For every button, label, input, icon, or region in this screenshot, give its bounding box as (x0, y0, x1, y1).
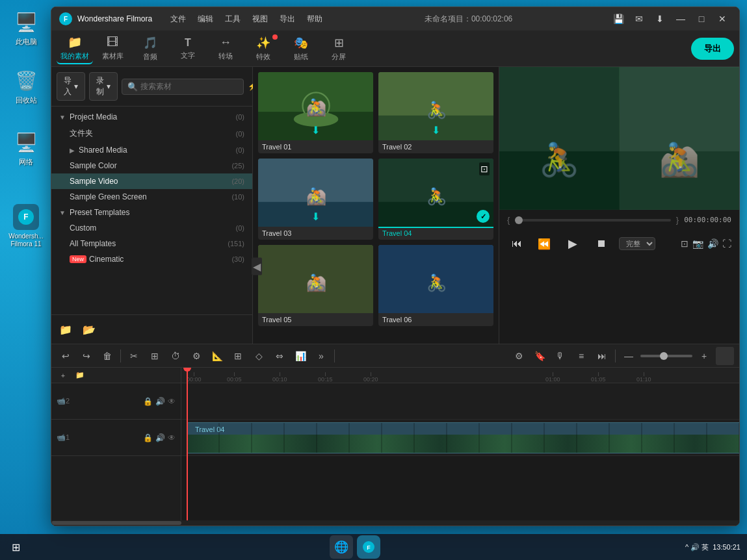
desktop-icon-filmora[interactable]: F Wondersh...Filmora 11 (7, 201, 46, 251)
menu-tools[interactable]: 工具 (220, 12, 246, 26)
preview-volume-icon[interactable]: 🔊 (707, 238, 718, 249)
track-row-1: ▶ Travel 04 (181, 420, 739, 456)
split-screen-tool[interactable]: ⊞ (229, 347, 247, 365)
quality-select[interactable]: 完整 (619, 237, 655, 250)
step-back-button[interactable]: ⏪ (534, 234, 554, 253)
cut-button[interactable]: ✂ (125, 347, 143, 365)
preview-fullscreen-icon[interactable]: ⛶ (722, 238, 731, 249)
timer-tool[interactable]: ⏱ (166, 347, 185, 365)
record-button[interactable]: 录制 ▾ (89, 72, 118, 101)
media-thumbnail-travel01: 🚵 ⬇ (258, 72, 373, 140)
taskbar-filmora[interactable]: F (357, 535, 380, 559)
import-button[interactable]: 导入 ▾ (57, 72, 85, 101)
new-folder-button[interactable]: 📂 (80, 320, 98, 338)
color-picker[interactable] (716, 347, 734, 365)
tree-item-file-folder[interactable]: 文件夹 (0) (51, 125, 252, 142)
media-card-travel01[interactable]: 🚵 ⬇ Travel 01 (258, 72, 373, 153)
undo-button[interactable]: ↩ (57, 347, 75, 365)
media-card-travel03[interactable]: 🚵 ⬇ Travel 03 (258, 159, 373, 240)
maximize-button[interactable]: □ (692, 10, 711, 28)
toolbar-material[interactable]: 🎞 素材库 (94, 33, 131, 64)
tree-item-cinematic[interactable]: New Cinematic (30) (51, 251, 252, 267)
playback-progress[interactable] (515, 219, 670, 222)
rewind-button[interactable]: ⏮ (507, 234, 527, 253)
tree-item-sample-video[interactable]: Sample Video (20) (51, 173, 252, 189)
add-folder-button[interactable]: 📁 (57, 320, 75, 338)
caption-button[interactable]: ≡ (572, 347, 590, 365)
playhead[interactable] (187, 368, 188, 520)
snap-button[interactable]: ⚙ (510, 347, 528, 365)
settings-tool[interactable]: ⚙ (187, 347, 205, 365)
toolbar-sticker[interactable]: 🎭 贴纸 (283, 33, 319, 64)
media-card-travel05[interactable]: 🚵 Travel 05 (258, 245, 373, 326)
redo-button[interactable]: ↪ (77, 347, 96, 365)
track-lock-icon[interactable]: 🔒 (143, 433, 153, 442)
menu-bar: 文件 编辑 工具 视图 导出 帮助 (165, 12, 328, 26)
scroll-left-button[interactable]: ◀ (253, 258, 262, 275)
timeline-scrollbar[interactable] (51, 520, 739, 526)
desktop-icon-computer[interactable]: 🖥️ 此电脑 (7, 6, 46, 49)
timeline-clip-travel04[interactable]: ▶ Travel 04 (187, 422, 739, 453)
forward-button[interactable]: ⏭ (593, 347, 611, 365)
stretch-tool[interactable]: ⇔ (270, 347, 289, 365)
track-audio-icon[interactable]: 🔊 (155, 397, 165, 406)
tree-item-shared-media[interactable]: ▶ Shared Media (0) (51, 142, 252, 158)
close-button[interactable]: ✕ (713, 10, 731, 28)
add-track-button[interactable]: + (57, 369, 70, 382)
tree-item-sample-green[interactable]: Sample Green Screen (10) (51, 189, 252, 205)
download-icon[interactable]: ⬇ (651, 10, 669, 28)
scale-tool[interactable]: 📐 (208, 347, 226, 365)
track-audio-icon[interactable]: 🔊 (155, 433, 165, 442)
crop-tool[interactable]: ⊞ (146, 347, 164, 365)
more-tools[interactable]: » (312, 347, 330, 365)
trim-in-mark[interactable]: { (507, 215, 510, 225)
my-media-label: 我的素材 (60, 51, 89, 61)
toolbar-transition[interactable]: ↔ 转场 (207, 33, 244, 64)
mail-icon[interactable]: ✉ (630, 10, 648, 28)
tree-item-custom[interactable]: Custom (0) (51, 220, 252, 236)
media-card-travel02[interactable]: 🚴 ⬇ Travel 02 (378, 72, 493, 153)
media-card-travel06[interactable]: 🚴 Travel 06 (378, 245, 493, 326)
start-button[interactable]: ⊞ (5, 537, 26, 557)
keyframe-tool[interactable]: ◇ (250, 347, 268, 365)
audio-tool[interactable]: 📊 (291, 347, 309, 365)
toolbar-split[interactable]: ⊞ 分屏 (321, 33, 357, 64)
track-lock-icon[interactable]: 🔒 (143, 397, 153, 406)
toolbar-my-media[interactable]: 📁 我的素材 (57, 33, 93, 64)
tree-item-sample-color[interactable]: Sample Color (25) (51, 158, 252, 173)
stop-button[interactable]: ⏹ (592, 234, 611, 253)
delete-button[interactable]: 🗑 (98, 347, 116, 365)
toolbar-text[interactable]: T 文字 (170, 33, 206, 64)
taskbar-right: ^ 🔊 英 13:50:21 (679, 542, 747, 552)
zoom-in-button[interactable]: + (695, 347, 713, 365)
desktop-icon-recycle[interactable]: 🗑️ 回收站 (7, 65, 46, 107)
menu-file[interactable]: 文件 (165, 12, 191, 26)
menu-edit[interactable]: 编辑 (192, 12, 218, 26)
tree-item-project-media[interactable]: ▼ Project Media (0) (51, 109, 252, 125)
export-button[interactable]: 导出 (691, 38, 734, 60)
media-card-travel04[interactable]: 🚴 ⊡ ✓ Travel 04 (378, 159, 493, 240)
zoom-out-button[interactable]: — (620, 347, 638, 365)
desktop-icon-network[interactable]: 🖥️ 网络 (7, 127, 46, 169)
play-button[interactable]: ▶ (562, 233, 584, 255)
track-eye-icon[interactable]: 👁 (168, 397, 176, 406)
minimize-button[interactable]: — (672, 10, 690, 28)
menu-export[interactable]: 导出 (274, 12, 300, 26)
marker-button[interactable]: 🔖 (531, 347, 549, 365)
preview-screenshot-icon[interactable]: 📷 (692, 238, 703, 249)
voice-button[interactable]: 🎙 (551, 347, 570, 365)
zoom-bar[interactable] (640, 355, 692, 357)
tree-item-all-templates[interactable]: All Templates (151) (51, 236, 252, 251)
track-eye-icon[interactable]: 👁 (168, 433, 176, 442)
preview-resize-icon[interactable]: ⊡ (681, 238, 688, 249)
save-icon[interactable]: 💾 (609, 10, 627, 28)
taskbar-browser[interactable]: 🌐 (330, 535, 353, 559)
search-input[interactable] (140, 82, 238, 91)
menu-help[interactable]: 帮助 (302, 12, 328, 26)
toolbar-effects[interactable]: ✨ 特效 (245, 33, 282, 64)
tree-item-preset-templates[interactable]: ▼ Preset Templates (51, 205, 252, 220)
toolbar-audio[interactable]: 🎵 音频 (132, 33, 168, 64)
fold-tracks-button[interactable]: 📁 (73, 369, 86, 382)
trim-out-mark[interactable]: } (676, 215, 679, 225)
menu-view[interactable]: 视图 (247, 12, 273, 26)
